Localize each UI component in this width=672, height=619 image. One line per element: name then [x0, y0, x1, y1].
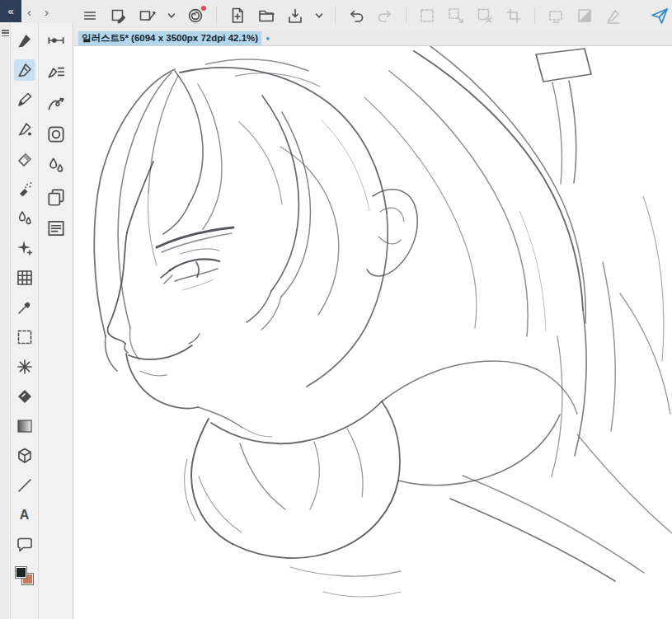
tool-object-3d[interactable] — [14, 445, 35, 467]
subtool-property-slider[interactable] — [45, 30, 67, 51]
hamburger-menu-icon — [82, 7, 98, 24]
tool-airbrush[interactable] — [14, 178, 35, 199]
select-rectangle-button[interactable] — [416, 5, 438, 26]
document-tab-bar: 일러스트5* (6094 x 3500px 72dpi 42.1%) ● — [74, 31, 672, 46]
share-button[interactable] — [649, 5, 670, 26]
ink-pen-icon — [15, 120, 35, 139]
main-menu-button[interactable] — [79, 5, 101, 26]
toolbar-divider — [335, 7, 336, 24]
toolbar-divider — [534, 7, 535, 24]
undo-icon — [347, 7, 365, 25]
undo-button[interactable] — [345, 5, 367, 26]
redo-button[interactable] — [374, 5, 396, 26]
eyedropper-icon — [15, 298, 35, 317]
document-tab[interactable]: 일러스트5* (6094 x 3500px 72dpi 42.1%) ● — [78, 31, 270, 45]
move-selection-button[interactable] — [445, 5, 467, 26]
new-canvas-icon — [110, 7, 128, 25]
collapse-panel-button[interactable]: « — [0, 0, 21, 22]
tool-grid[interactable] — [14, 267, 35, 288]
redo-icon — [376, 7, 394, 25]
water-drops-icon — [15, 209, 35, 228]
register-material-dropdown[interactable] — [166, 5, 177, 26]
brush-marker-icon — [15, 30, 35, 50]
chevron-down-icon — [167, 11, 176, 21]
tool-pen[interactable] — [14, 59, 35, 81]
document-tab-title: 일러스트5* (6094 x 3500px 72dpi 42.1%) — [78, 31, 261, 45]
subtool-stroke-settings[interactable] — [45, 61, 67, 82]
tone-icon — [576, 7, 594, 25]
pen-nib-icon — [15, 60, 35, 80]
speech-balloon-icon — [15, 535, 35, 555]
subtool-detail-list[interactable] — [45, 218, 67, 239]
sub-tool-palette — [39, 23, 73, 619]
water-drops-icon — [45, 155, 67, 176]
save-icon — [286, 7, 304, 25]
subtool-vector-curve[interactable] — [45, 92, 67, 114]
toolbar-divider — [216, 7, 217, 24]
tool-eyedropper[interactable] — [14, 297, 35, 318]
panel-menu-icon[interactable] — [2, 30, 9, 36]
tool-auto-select[interactable] — [14, 356, 35, 377]
curve-loop-icon — [45, 92, 67, 114]
move-selection-icon — [447, 7, 465, 25]
save-dropdown[interactable] — [313, 5, 325, 26]
deselect-button[interactable] — [474, 5, 496, 26]
open-folder-icon — [257, 7, 275, 25]
main-toolbar-items — [79, 0, 624, 31]
chevron-down-icon — [314, 11, 324, 21]
subtool-blend-drops[interactable] — [45, 155, 67, 176]
collapse-icon: « — [7, 5, 13, 17]
color-swatch-pair[interactable] — [14, 565, 35, 587]
subtool-paper-layers[interactable] — [45, 186, 67, 208]
tool-line[interactable] — [14, 475, 35, 496]
open-file-button[interactable] — [256, 5, 277, 26]
tone-button[interactable] — [574, 5, 595, 26]
layers-icon — [45, 186, 67, 208]
marquee-icon — [15, 327, 35, 347]
line-icon — [15, 476, 35, 495]
tool-gradient[interactable] — [14, 415, 35, 437]
cube-3d-icon — [15, 446, 35, 466]
tool-decoration[interactable] — [14, 237, 35, 259]
unsaved-indicator: ● — [266, 35, 270, 42]
list-icon — [45, 218, 67, 239]
sidebar-strip — [0, 23, 11, 619]
tool-brush-marker[interactable] — [14, 30, 35, 51]
tool-pencil[interactable] — [14, 89, 35, 110]
tool-figure[interactable] — [14, 386, 35, 407]
toolbar-divider — [406, 7, 406, 24]
tool-eraser[interactable] — [14, 148, 35, 170]
airbrush-icon — [15, 179, 35, 199]
clip-studio-button[interactable] — [185, 5, 206, 26]
save-file-button[interactable] — [284, 5, 306, 26]
new-file-button[interactable] — [227, 5, 248, 26]
primary-color-swatch[interactable] — [15, 566, 27, 579]
share-plane-icon — [650, 6, 670, 26]
register-material-button[interactable] — [137, 5, 158, 26]
sparkle-icon — [15, 238, 35, 258]
pencil-icon — [15, 90, 35, 110]
correct-line-icon — [604, 7, 623, 25]
selection-rectangle-icon — [418, 7, 436, 25]
deselect-icon — [476, 7, 494, 25]
pen-settings-icon — [45, 61, 67, 82]
back-icon[interactable]: ‹ — [25, 5, 34, 19]
crop-button[interactable] — [503, 5, 524, 26]
subtool-shape[interactable] — [45, 124, 67, 145]
tool-selection-marquee[interactable] — [14, 326, 35, 348]
tool-blend[interactable] — [14, 208, 35, 229]
gradient-icon — [15, 416, 35, 436]
selection-launcher-button[interactable] — [545, 5, 566, 26]
new-canvas-button[interactable] — [108, 5, 129, 26]
tool-balloon[interactable] — [14, 534, 35, 556]
grid-icon — [15, 268, 35, 288]
auto-select-star-icon — [15, 357, 35, 377]
drawing-canvas[interactable] — [74, 46, 672, 619]
correct-line-button[interactable] — [603, 5, 624, 26]
left-sidebar: A — [0, 23, 74, 619]
tool-ink-pen[interactable] — [14, 119, 35, 140]
eraser-icon — [15, 149, 35, 169]
tool-text[interactable]: A — [14, 504, 35, 526]
forward-icon[interactable]: › — [42, 5, 51, 19]
canvas-artwork-sketch — [74, 46, 672, 619]
